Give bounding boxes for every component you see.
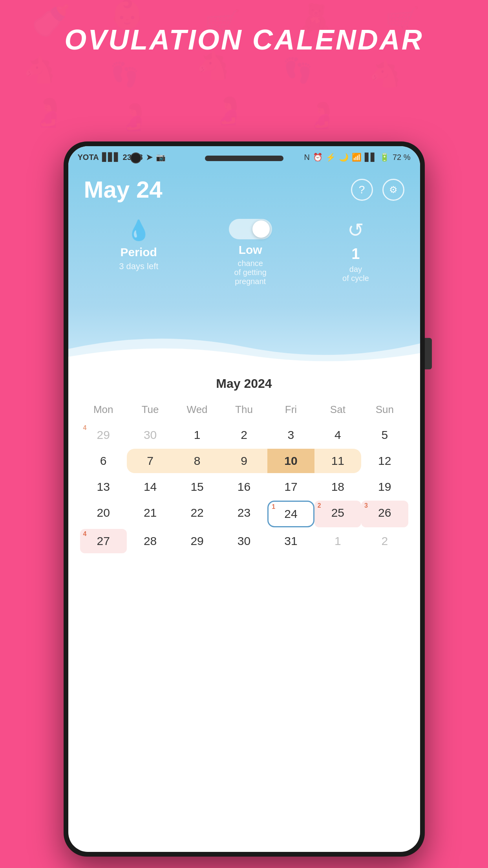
cycle-num-25: 2 xyxy=(318,502,321,509)
cal-day-25[interactable]: 2 25 xyxy=(314,501,361,527)
battery-label: 72 % xyxy=(393,153,411,162)
svg-text:🤰: 🤰 xyxy=(212,95,245,127)
cal-day-16[interactable]: 16 xyxy=(221,475,267,499)
cal-day-15[interactable]: 15 xyxy=(174,475,220,499)
cycle-icon: ↺ xyxy=(342,219,369,242)
header-icons: ? ⚙ xyxy=(351,179,404,201)
stats-row: 💧 Period 3 days left Low chanceof gettin… xyxy=(84,219,404,286)
cal-day-1[interactable]: 1 xyxy=(174,423,220,447)
day-header-sun: Sun xyxy=(361,400,408,419)
phone-mockup: YOTA ▋▋▋ 23:58 ➤ 📷 N ⏰ ⚡ 🌙 📶 ▋▋ 🔋 72 % M… xyxy=(64,141,425,857)
cal-day-19[interactable]: 19 xyxy=(361,475,408,499)
cal-day-3[interactable]: 3 xyxy=(267,423,314,447)
cal-day-17[interactable]: 17 xyxy=(267,475,314,499)
cal-day-21[interactable]: 21 xyxy=(127,501,174,527)
cal-day-26[interactable]: 3 26 xyxy=(361,501,408,527)
wave-divider xyxy=(68,325,420,365)
location-icon: ➤ xyxy=(146,152,153,162)
cal-day-jun1[interactable]: 1 xyxy=(314,529,361,553)
cal-day-22[interactable]: 22 xyxy=(174,501,220,527)
calendar-section: May 2024 Mon Tue Wed Thu Fri Sat Sun 4 2… xyxy=(68,365,420,563)
title-area: OVULATION CALENDAR xyxy=(0,24,488,56)
phone-screen: YOTA ▋▋▋ 23:58 ➤ 📷 N ⏰ ⚡ 🌙 📶 ▋▋ 🔋 72 % M… xyxy=(68,146,420,852)
cal-day-2[interactable]: 2 xyxy=(221,423,267,447)
calendar-row-4: 20 21 22 23 1 24 2 25 3 26 xyxy=(80,501,408,527)
cal-day-24-today[interactable]: 1 24 xyxy=(267,501,314,527)
cal-day-9[interactable]: 9 xyxy=(221,449,267,473)
cal-day-12[interactable]: 12 xyxy=(361,449,408,473)
cycle-day-label: 1 xyxy=(342,246,369,262)
camera-icon: 📷 xyxy=(156,152,166,162)
calendar-row-1: 4 29 30 1 2 3 4 5 xyxy=(80,423,408,447)
cal-day-11[interactable]: 11 xyxy=(314,449,361,473)
calendar-grid: Mon Tue Wed Thu Fri Sat Sun 4 29 30 1 xyxy=(80,400,408,553)
cal-day-6[interactable]: 6 xyxy=(80,449,127,473)
settings-button[interactable]: ⚙ xyxy=(382,179,404,201)
svg-text:🤰: 🤰 xyxy=(31,96,66,129)
signal-bars: ▋▋▋ xyxy=(102,152,120,162)
period-sublabel: 3 days left xyxy=(119,261,158,272)
cal-day-5[interactable]: 5 xyxy=(361,423,408,447)
cal-day-8[interactable]: 8 xyxy=(174,449,220,473)
phone-side-button xyxy=(425,338,432,369)
cal-day-20[interactable]: 20 xyxy=(80,501,127,527)
help-button[interactable]: ? xyxy=(351,179,373,201)
period-stat: 💧 Period 3 days left xyxy=(119,219,158,272)
battery-icon: 🔋 xyxy=(380,152,389,162)
cal-day-jun2[interactable]: 2 xyxy=(361,529,408,553)
alarm-icon: ⏰ xyxy=(313,152,323,162)
cal-day-31[interactable]: 31 xyxy=(267,529,314,553)
cal-day-28[interactable]: 28 xyxy=(127,529,174,553)
cal-day-29[interactable]: 29 xyxy=(174,529,220,553)
pregnancy-sublabel: chanceof gettingpregnant xyxy=(234,259,267,286)
svg-text:🐴: 🐴 xyxy=(369,59,401,89)
cal-day-10[interactable]: 10 xyxy=(267,449,314,473)
pregnancy-label: Low xyxy=(239,243,262,257)
day-header-mon: Mon xyxy=(80,400,127,419)
cycle-num-26: 3 xyxy=(364,502,368,509)
calendar-row-3: 13 14 15 16 17 18 19 xyxy=(80,475,408,499)
calendar-row-2: 6 7 8 9 10 11 12 xyxy=(80,449,408,473)
carrier-label: YOTA xyxy=(78,153,99,162)
cal-day-14[interactable]: 14 xyxy=(127,475,174,499)
toggle-switch[interactable] xyxy=(229,219,272,239)
svg-text:👣: 👣 xyxy=(110,61,139,88)
day-header-tue: Tue xyxy=(127,400,174,419)
header-date: May 24 xyxy=(84,176,163,203)
cal-day-27[interactable]: 4 27 xyxy=(80,529,127,553)
header-top: May 24 ? ⚙ xyxy=(84,176,404,203)
main-title: OVULATION CALENDAR xyxy=(0,24,488,56)
day-header-fri: Fri xyxy=(267,400,314,419)
bluetooth-icon: ⚡ xyxy=(326,152,336,162)
pregnancy-stat: Low chanceof gettingpregnant xyxy=(229,219,272,286)
cycle-num-24: 1 xyxy=(272,503,275,510)
svg-text:👣: 👣 xyxy=(283,56,313,85)
cal-day-apr30[interactable]: 30 xyxy=(127,423,174,447)
cycle-stat: ↺ 1 dayof cycle xyxy=(342,219,369,283)
moon-icon: 🌙 xyxy=(339,152,349,162)
status-right: N ⏰ ⚡ 🌙 📶 ▋▋ 🔋 72 % xyxy=(304,152,410,162)
cal-day-30[interactable]: 30 xyxy=(221,529,267,553)
toggle-knob xyxy=(252,220,270,238)
app-header: May 24 ? ⚙ 💧 Period 3 days left xyxy=(68,168,420,365)
cal-day-13[interactable]: 13 xyxy=(80,475,127,499)
nfc-icon: N xyxy=(304,153,309,162)
svg-text:🐴: 🐴 xyxy=(24,55,56,85)
day-header-sat: Sat xyxy=(314,400,361,419)
cal-day-18[interactable]: 18 xyxy=(314,475,361,499)
cal-day-4[interactable]: 4 xyxy=(314,423,361,447)
cal-day-7[interactable]: 7 xyxy=(127,449,174,473)
svg-text:🤰: 🤰 xyxy=(118,101,150,132)
cal-day-23[interactable]: 23 xyxy=(221,501,267,527)
day-header-wed: Wed xyxy=(174,400,220,419)
cycle-num-27: 4 xyxy=(83,530,87,538)
calendar-month-title: May 2024 xyxy=(80,376,408,391)
period-label: Period xyxy=(119,246,158,259)
day-header-thu: Thu xyxy=(221,400,267,419)
status-left: YOTA ▋▋▋ 23:58 ➤ 📷 xyxy=(78,152,166,162)
cal-day-apr29[interactable]: 4 29 xyxy=(80,423,127,447)
cycle-num-apr29: 4 xyxy=(83,424,87,431)
calendar-row-5: 4 27 28 29 30 31 1 2 xyxy=(80,529,408,553)
svg-text:🤰: 🤰 xyxy=(306,100,338,130)
phone-speaker xyxy=(205,156,283,161)
